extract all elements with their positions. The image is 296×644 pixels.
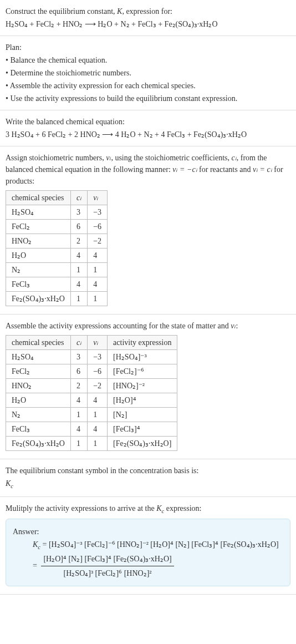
balanced-reaction: 3 H₂SO₄ + 6 FeCl₂ + 2 HNO₂ ⟶ 4 H₂O + N₂ …: [6, 129, 290, 140]
activity-table: chemical species cᵢ νᵢ activity expressi…: [6, 335, 177, 451]
stoich-rule1: νᵢ = −cᵢ: [172, 165, 197, 174]
cell-nui: 4: [88, 249, 108, 263]
multiply-kc: Kc: [156, 504, 164, 513]
col-ci: cᵢ: [70, 336, 87, 350]
table-row: Fe₂(SO₄)₃·xH₂O11: [6, 292, 108, 306]
table-row: H₂O44: [6, 249, 108, 263]
stoich-mid1: , using the stoichiometric coefficients,: [111, 154, 231, 162]
table-row: FeCl₃44: [6, 277, 108, 292]
cell-species: N₂: [6, 408, 71, 422]
plan-item-3: • Assemble the activity expression for e…: [6, 80, 290, 92]
cell-ci: 3: [70, 205, 87, 220]
plan-item-2: • Determine the stoichiometric numbers.: [6, 67, 290, 79]
multiply-section: Mulitply the activity expressions to arr…: [0, 497, 296, 595]
cell-ci: 1: [70, 263, 87, 277]
cell-ci: 2: [70, 379, 87, 393]
cell-species: FeCl₃: [6, 277, 71, 292]
answer-eq: =: [43, 540, 49, 549]
plan-item-4: • Use the activity expressions to build …: [6, 93, 290, 104]
cell-ci: 4: [70, 249, 87, 263]
multiply-suffix: expression:: [164, 504, 201, 513]
intro-prefix: Construct the equilibrium constant,: [6, 7, 117, 16]
cell-species: Fe₂(SO₄)₃·xH₂O: [6, 437, 71, 451]
cell-nui: 1: [88, 263, 108, 277]
cell-nui: −6: [88, 220, 108, 234]
stoich-desc: Assign stoichiometric numbers, νᵢ, using…: [6, 152, 290, 187]
activity-heading-prefix: Assemble the activity expressions accoun…: [6, 322, 231, 330]
intro-K: K: [117, 7, 122, 16]
cell-species: HNO₂: [6, 379, 71, 393]
table-row: H₂SO₄3−3[H₂SO₄]⁻³: [6, 350, 177, 364]
cell-activity: [H₂O]⁴: [108, 393, 177, 408]
table-row: H₂SO₄3−3: [6, 205, 108, 220]
answer-flat: [H₂SO₄]⁻³ [FeCl₂]⁻⁶ [HNO₂]⁻² [H₂O]⁴ [N₂]…: [49, 540, 279, 549]
table-row: N₂11[N₂]: [6, 408, 177, 422]
cell-ci: 1: [70, 292, 87, 306]
answer-fraction: [H₂O]⁴ [N₂] [FeCl₃]⁴ [Fe₂(SO₄)₃·xH₂O] [H…: [41, 553, 173, 579]
cell-species: H₂O: [6, 393, 71, 408]
cell-activity: [N₂]: [108, 408, 177, 422]
kc-symbol-section: The equilibrium constant symbol in the c…: [0, 459, 296, 497]
intro-suffix: , expression for:: [122, 7, 172, 16]
cell-species: FeCl₃: [6, 422, 71, 437]
cell-activity: [Fe₂(SO₄)₃·xH₂O]: [108, 437, 177, 451]
table-row: H₂O44[H₂O]⁴: [6, 393, 177, 408]
cell-nui: 4: [88, 393, 108, 408]
activity-section: Assemble the activity expressions accoun…: [0, 315, 296, 459]
stoich-ci: cᵢ: [232, 154, 237, 162]
stoich-rule2: νᵢ = cᵢ: [253, 165, 272, 174]
cell-nui: 1: [88, 408, 108, 422]
cell-nui: 1: [88, 437, 108, 451]
cell-ci: 4: [70, 277, 87, 292]
cell-nui: −2: [88, 379, 108, 393]
table-row: Fe₂(SO₄)₃·xH₂O11[Fe₂(SO₄)₃·xH₂O]: [6, 437, 177, 451]
answer-eq2: =: [33, 561, 37, 569]
cell-nui: 4: [88, 422, 108, 437]
multiply-line: Mulitply the activity expressions to arr…: [6, 503, 290, 516]
intro-line1: Construct the equilibrium constant, K, e…: [6, 6, 290, 17]
cell-ci: 1: [70, 408, 87, 422]
cell-species: H₂O: [6, 249, 71, 263]
col-species: chemical species: [6, 336, 71, 350]
cell-activity: [FeCl₂]⁻⁶: [108, 364, 177, 379]
table-row: FeCl₃44[FeCl₃]⁴: [6, 422, 177, 437]
cell-nui: −3: [88, 350, 108, 364]
cell-ci: 2: [70, 234, 87, 249]
cell-activity: [HNO₂]⁻²: [108, 379, 177, 393]
plan-section: Plan: • Balance the chemical equation. •…: [0, 36, 296, 110]
col-nui: νᵢ: [88, 191, 108, 205]
cell-ci: 6: [70, 220, 87, 234]
stoich-section: Assign stoichiometric numbers, νᵢ, using…: [0, 146, 296, 315]
cell-ci: 3: [70, 350, 87, 364]
table-row: HNO₂2−2: [6, 234, 108, 249]
col-activity: activity expression: [108, 336, 177, 350]
cell-nui: −3: [88, 205, 108, 220]
answer-label: Answer:: [13, 526, 283, 537]
stoich-desc-prefix: Assign stoichiometric numbers,: [6, 154, 106, 162]
balanced-heading: Write the balanced chemical equation:: [6, 116, 290, 128]
cell-species: H₂SO₄: [6, 205, 71, 220]
table-row: FeCl₂6−6[FeCl₂]⁻⁶: [6, 364, 177, 379]
table-row: FeCl₂6−6: [6, 220, 108, 234]
table-row: HNO₂2−2[HNO₂]⁻²: [6, 379, 177, 393]
col-species: chemical species: [6, 191, 71, 205]
unbalanced-reaction: H₂SO₄ + FeCl₂ + HNO₂ ⟶ H₂O + N₂ + FeCl₃ …: [6, 18, 290, 30]
balanced-section: Write the balanced chemical equation: 3 …: [0, 110, 296, 146]
kc-symbol: Kc: [6, 478, 290, 491]
answer-frac-line: = [H₂O]⁴ [N₂] [FeCl₃]⁴ [Fe₂(SO₄)₃·xH₂O] …: [13, 553, 283, 579]
activity-heading: Assemble the activity expressions accoun…: [6, 320, 290, 332]
cell-ci: 4: [70, 422, 87, 437]
plan-heading: Plan:: [6, 42, 290, 53]
stoich-mid3: for reactants and: [197, 165, 253, 174]
cell-species: H₂SO₄: [6, 350, 71, 364]
cell-nui: −6: [88, 364, 108, 379]
table-header-row: chemical species cᵢ νᵢ: [6, 191, 108, 205]
col-ci: cᵢ: [70, 191, 87, 205]
kc-symbol-line1: The equilibrium constant symbol in the c…: [6, 465, 290, 476]
cell-species: N₂: [6, 263, 71, 277]
cell-nui: 4: [88, 277, 108, 292]
cell-nui: −2: [88, 234, 108, 249]
answer-flat-line: Kc = [H₂SO₄]⁻³ [FeCl₂]⁻⁶ [HNO₂]⁻² [H₂O]⁴…: [13, 539, 283, 552]
answer-kc: Kc: [33, 540, 40, 549]
cell-ci: 6: [70, 364, 87, 379]
